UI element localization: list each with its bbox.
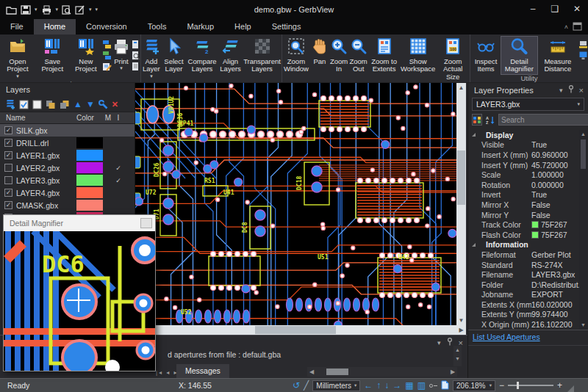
layer-row[interactable]: ✓ LAYER4.gbx bbox=[0, 186, 135, 199]
open-file-icon[interactable] bbox=[6, 5, 17, 15]
print-preview-small-icon[interactable] bbox=[131, 51, 140, 60]
property-row[interactable]: Insert X (mm) 60.960000 bbox=[468, 150, 580, 160]
copy-layer-icon[interactable] bbox=[46, 100, 56, 109]
open-project-button[interactable]: Open Project▾ bbox=[0, 37, 35, 80]
layer-row[interactable]: ✓ DRILL.drl bbox=[0, 137, 135, 149]
inspect-items-button[interactable]: Inspect Items bbox=[470, 37, 501, 74]
property-row[interactable]: Insert Y (mm) 45.720000 bbox=[468, 160, 580, 170]
categorize-button[interactable] bbox=[472, 114, 482, 126]
resize-grip[interactable] bbox=[567, 385, 574, 392]
move-layer-up-icon[interactable]: ▲ bbox=[74, 100, 82, 109]
messages-menu-icon[interactable]: ▾ bbox=[437, 339, 441, 346]
property-row[interactable]: Jobname EXPORT bbox=[468, 290, 580, 300]
property-row[interactable]: Invert True bbox=[468, 190, 580, 200]
layer-visibility-checkbox[interactable] bbox=[4, 176, 12, 184]
messages-scrollbar[interactable]: ▲▼ bbox=[453, 346, 462, 366]
menu-tab[interactable]: Tools bbox=[137, 19, 177, 35]
layer-settings-wrench-icon[interactable] bbox=[98, 100, 108, 109]
properties-pin-icon[interactable] bbox=[568, 85, 574, 95]
prop-scroll-up-icon[interactable]: ▲ bbox=[579, 130, 587, 139]
property-row[interactable]: Track Color 75F267 bbox=[468, 219, 580, 230]
property-row[interactable]: Flash Color 75F267 bbox=[468, 230, 580, 240]
menu-tab[interactable]: Home bbox=[34, 19, 76, 35]
zoom-in-slider-icon[interactable]: + bbox=[557, 380, 562, 391]
layer-color-swatch[interactable] bbox=[76, 150, 103, 161]
close-button[interactable]: ✕ bbox=[566, 0, 588, 19]
property-grid-scrollbar[interactable]: ▲ ▼ bbox=[579, 130, 587, 330]
minimize-button[interactable]: – bbox=[522, 0, 544, 19]
layer-color-swatch[interactable] bbox=[76, 200, 103, 211]
layer-color-swatch[interactable] bbox=[76, 162, 103, 173]
ribbon-options-icon[interactable] bbox=[573, 22, 582, 32]
snap-grid-icon[interactable]: ▥ bbox=[417, 380, 426, 392]
property-row[interactable]: Standard RS-274X bbox=[468, 260, 580, 270]
add-layer-button[interactable]: Add Layer▾ bbox=[141, 37, 162, 80]
align-layers-button[interactable]: Align Layers bbox=[218, 37, 243, 74]
arrow-right-icon[interactable]: → bbox=[392, 380, 401, 392]
prop-scroll-thumb[interactable] bbox=[581, 139, 586, 169]
layer-color-swatch[interactable] bbox=[76, 187, 103, 198]
merge-layers-icon[interactable] bbox=[60, 100, 70, 109]
column-name[interactable]: Name bbox=[0, 114, 76, 122]
utility-tool-1-icon[interactable] bbox=[578, 40, 588, 49]
pcb-viewport[interactable]: U72DC36DC26D71RP41V81U2DC8RS1U41DC18U51U… bbox=[135, 83, 456, 325]
scroll-right-icon[interactable]: ▶ bbox=[456, 325, 466, 335]
menu-tab[interactable]: Markup bbox=[176, 19, 224, 35]
line-tool-icon[interactable]: ╱ bbox=[304, 380, 309, 392]
messages-scroll-right-icon[interactable]: ▶ bbox=[448, 367, 457, 377]
move-layer-down-icon[interactable]: ▼ bbox=[86, 100, 95, 109]
property-row[interactable]: Filename LAYER3.gbx bbox=[468, 269, 580, 280]
property-row[interactable]: Information bbox=[468, 240, 580, 250]
layer-selector-dropdown[interactable]: LAYER3.gbx ▾ bbox=[472, 98, 584, 111]
page-icon[interactable] bbox=[441, 380, 449, 391]
scroll-down-icon[interactable]: ▼ bbox=[456, 316, 466, 325]
compare-layers-button[interactable]: 2 Compare Layers bbox=[186, 37, 218, 74]
layer-row[interactable]: LAYER2.gbx ✓ bbox=[0, 161, 135, 174]
arrow-down-icon[interactable]: ↓ bbox=[384, 380, 389, 392]
zoom-out-slider-icon[interactable]: − bbox=[499, 380, 504, 391]
scroll-up-icon[interactable]: ▲ bbox=[456, 83, 466, 92]
column-i[interactable]: I bbox=[113, 114, 123, 122]
messages-scroll-down-icon[interactable]: ▼ bbox=[453, 355, 462, 363]
layer-visibility-checkbox[interactable]: ✓ bbox=[4, 151, 12, 159]
layer-visibility-checkbox[interactable]: ✓ bbox=[4, 126, 12, 134]
property-row[interactable]: Rotation 0.000000 bbox=[468, 180, 580, 190]
canvas-horizontal-scrollbar[interactable]: ▶ bbox=[135, 325, 466, 335]
layer-visibility-checkbox[interactable]: ✓ bbox=[4, 189, 12, 197]
messages-tab[interactable]: Messages bbox=[176, 364, 229, 378]
property-row[interactable]: Folder D:\Redistribut... bbox=[468, 280, 580, 290]
property-row[interactable]: Display bbox=[468, 130, 580, 140]
vertical-scroll-thumb[interactable] bbox=[457, 150, 465, 205]
print-icon[interactable] bbox=[41, 5, 52, 15]
grid-icon[interactable]: ▦ bbox=[405, 380, 413, 392]
canvas-vertical-scrollbar[interactable]: ▲ ▼ bbox=[456, 83, 466, 325]
pan-button[interactable]: Pan bbox=[310, 37, 329, 66]
zoom-level-dropdown[interactable]: 206.18% ▾ bbox=[453, 380, 495, 391]
property-row[interactable]: Scale 1.000000 bbox=[468, 170, 580, 180]
print-preview-icon[interactable] bbox=[62, 5, 71, 15]
project-tool-1-icon[interactable] bbox=[102, 40, 112, 49]
zoom-slider[interactable] bbox=[508, 385, 553, 386]
messages-scroll-thumb[interactable] bbox=[326, 369, 348, 375]
print-button[interactable]: Print▾ bbox=[112, 37, 131, 72]
zoom-in-button[interactable]: Zoom In bbox=[329, 37, 348, 74]
detail-magnifier-button[interactable]: Detail Magnifier bbox=[501, 37, 537, 74]
properties-close-icon[interactable]: × bbox=[579, 86, 584, 95]
select-layer-button[interactable]: Select Layer bbox=[162, 37, 186, 74]
save-project-button[interactable]: Save Project bbox=[35, 37, 70, 74]
messages-horizontal-scrollbar[interactable]: ◀ ▶ bbox=[307, 367, 457, 377]
markup-dropdown-icon[interactable]: ▾ bbox=[89, 7, 92, 12]
layer-row[interactable]: ✓ SILK.gbx bbox=[0, 124, 135, 137]
property-row[interactable]: X Origin (mm) 216.102200 bbox=[468, 319, 580, 330]
property-row[interactable]: Mirror Y False bbox=[468, 210, 580, 220]
origin-marker-icon[interactable] bbox=[429, 384, 437, 388]
layer-visibility-checkbox[interactable] bbox=[4, 164, 12, 172]
zoom-window-button[interactable]: Zoom Window bbox=[282, 37, 310, 74]
utility-tool-2-icon[interactable] bbox=[578, 51, 588, 60]
remove-layer-icon[interactable]: ✕ bbox=[112, 100, 118, 109]
transparent-layers-button[interactable]: Transparent Layers bbox=[243, 37, 282, 74]
project-tool-2-icon[interactable] bbox=[102, 51, 112, 60]
layer-color-swatch[interactable] bbox=[76, 175, 103, 186]
maximize-button[interactable]: ❑ bbox=[544, 0, 566, 19]
magnifier-button[interactable] bbox=[140, 218, 152, 228]
